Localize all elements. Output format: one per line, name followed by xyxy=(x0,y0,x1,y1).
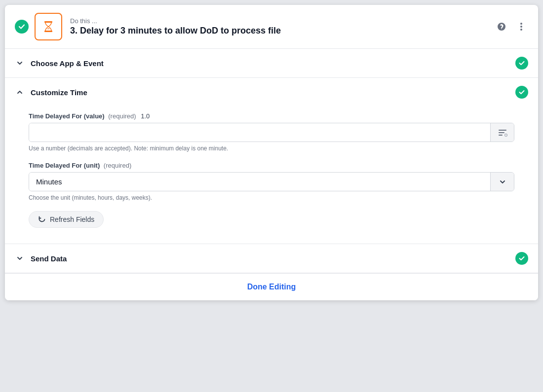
time-unit-hint: Choose the unit (minutes, hours, days, w… xyxy=(29,194,514,201)
done-editing-button[interactable]: Done Editing xyxy=(247,283,296,291)
done-footer: Done Editing xyxy=(5,274,538,300)
step-subtitle: Do this ... xyxy=(70,17,495,25)
customize-time-title: Customize Time xyxy=(31,88,515,97)
time-value-label: Time Delayed For (value) (required) 1.0 xyxy=(29,112,514,120)
choose-app-event-section[interactable]: Choose App & Event xyxy=(5,49,538,78)
send-data-chevron-down-icon xyxy=(15,253,25,263)
send-data-section: Send Data xyxy=(5,244,538,274)
refresh-icon xyxy=(38,215,46,223)
svg-rect-1 xyxy=(44,31,52,32)
more-options-button[interactable] xyxy=(514,20,528,34)
chevron-down-icon xyxy=(15,58,25,68)
customize-time-body: Time Delayed For (value) (required) 1.0 … xyxy=(5,107,538,244)
step-title: 3. Delay for 3 minutes to allow DoD to p… xyxy=(70,26,495,36)
send-data-title: Send Data xyxy=(31,254,515,263)
step-icon-box xyxy=(35,13,62,40)
time-value-current: 1.0 xyxy=(141,112,150,120)
main-card: Do this ... 3. Delay for 3 minutes to al… xyxy=(5,5,538,300)
time-value-field-group: Time Delayed For (value) (required) 1.0 … xyxy=(29,112,514,152)
time-unit-label: Time Delayed For (unit) (required) xyxy=(29,162,514,169)
time-value-required: (required) xyxy=(108,112,136,120)
customize-time-header[interactable]: Customize Time xyxy=(5,78,538,107)
time-value-input[interactable]: 3.0 xyxy=(29,123,490,142)
time-value-input-row: 3.0 xyxy=(29,123,514,142)
step-complete-check xyxy=(15,20,29,34)
svg-rect-0 xyxy=(44,21,52,23)
customize-time-check xyxy=(515,86,528,99)
refresh-fields-button[interactable]: Refresh Fields xyxy=(29,211,104,228)
choose-app-event-title: Choose App & Event xyxy=(31,59,515,68)
time-unit-field-group: Time Delayed For (unit) (required) Minut… xyxy=(29,162,514,201)
step-header: Do this ... 3. Delay for 3 minutes to al… xyxy=(5,5,538,49)
time-unit-dropdown-button[interactable] xyxy=(490,173,514,191)
dropdown-arrow-icon xyxy=(498,177,507,187)
send-data-row[interactable]: Send Data xyxy=(5,244,538,273)
step-title-area: Do this ... 3. Delay for 3 minutes to al… xyxy=(70,17,495,36)
send-data-check xyxy=(515,252,528,265)
time-unit-value: Minutes xyxy=(29,173,490,191)
time-unit-select-row[interactable]: Minutes xyxy=(29,172,514,191)
customize-time-section: Customize Time Time Delayed For (value) … xyxy=(5,78,538,244)
hourglass-icon xyxy=(40,19,56,35)
time-unit-required: (required) xyxy=(104,162,131,169)
step-actions xyxy=(495,20,528,34)
help-button[interactable] xyxy=(495,20,508,34)
chevron-up-icon xyxy=(15,87,25,97)
choose-app-event-check xyxy=(515,57,528,70)
insert-field-button[interactable] xyxy=(490,123,514,142)
time-value-hint: Use a number (decimals are accepted). No… xyxy=(29,145,514,152)
